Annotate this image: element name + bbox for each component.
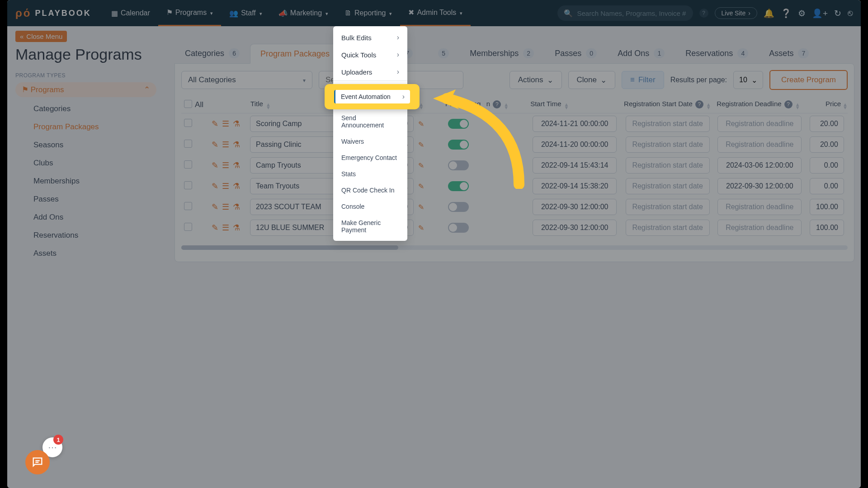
edit-sessions-icon[interactable]: ✎ <box>418 203 424 211</box>
menu-waivers[interactable]: Waivers <box>333 133 407 150</box>
close-menu-button[interactable]: « Close Menu <box>15 31 67 42</box>
select-all-checkbox[interactable] <box>184 100 192 108</box>
row-start-time[interactable]: 2024-11-21 00:00:00 <box>533 116 617 132</box>
sidebar-item-passes[interactable]: Passes <box>25 190 165 208</box>
sidebar-item-assets[interactable]: Assets <box>25 244 165 263</box>
row-reg-deadline[interactable]: Registration deadline <box>717 199 802 215</box>
list-icon[interactable]: ☰ <box>222 140 229 150</box>
chat-widget[interactable]: 1 <box>25 443 57 474</box>
menu-qr-code-check-in[interactable]: QR Code Check In <box>333 182 407 198</box>
menu-make-generic-payment[interactable]: Make Generic Payment <box>333 215 407 238</box>
row-start-time[interactable]: 2022-09-30 12:00:00 <box>533 199 617 215</box>
sidebar-item-clubs[interactable]: Clubs <box>25 154 165 172</box>
menu-stats[interactable]: Stats <box>333 166 407 182</box>
add-user-icon[interactable]: 👤+ <box>812 8 828 19</box>
row-start-time[interactable]: 2024-11-20 00:00:00 <box>533 136 617 153</box>
filter-button[interactable]: ≡Filter <box>622 71 664 89</box>
row-start-time[interactable]: 2022-09-14 15:43:14 <box>533 157 617 174</box>
tab-hidden[interactable]: 5 <box>423 43 459 63</box>
flask-icon[interactable]: ⚗ <box>233 140 240 150</box>
col-reg-deadline[interactable]: Registration Deadline <box>717 100 781 108</box>
row-start-time[interactable]: 2022-09-14 15:38:20 <box>533 178 617 194</box>
col-title[interactable]: Title <box>250 100 263 108</box>
row-checkbox[interactable] <box>184 140 192 148</box>
flask-icon[interactable]: ⚗ <box>233 119 240 129</box>
row-reg-deadline[interactable]: 2024-03-06 12:00:00 <box>717 157 802 174</box>
sidebar-item-categories[interactable]: Categories <box>25 100 165 118</box>
nav-staff[interactable]: 👥 Staff <box>221 0 270 26</box>
edit-sessions-icon[interactable]: ✎ <box>418 161 424 170</box>
col-reg-start[interactable]: Registration Start Date <box>624 100 693 108</box>
menu-quick-tools[interactable]: Quick Tools <box>333 46 407 63</box>
edit-sessions-icon[interactable]: ✎ <box>418 120 424 128</box>
settings-icon[interactable]: ⚙ <box>798 8 806 19</box>
menu-bulk-edits[interactable]: Bulk Edits <box>333 29 407 46</box>
row-reg-start[interactable]: Registration start date <box>626 136 710 153</box>
menu-uploaders[interactable]: Uploaders <box>333 63 407 80</box>
flask-icon[interactable]: ⚗ <box>233 181 240 191</box>
row-reg-start[interactable]: Registration start date <box>626 199 710 215</box>
row-price[interactable]: 0.00 <box>810 157 844 174</box>
row-reg-deadline[interactable]: Registration deadline <box>717 136 802 153</box>
sidebar-root-programs[interactable]: ⚑ Programs ⌃ <box>15 82 156 97</box>
regstart-help-icon[interactable]: ? <box>695 100 703 108</box>
nav-admin-tools[interactable]: ✖ Admin Tools <box>400 0 471 26</box>
live-site-button[interactable]: Live Site› <box>715 7 757 19</box>
nav-marketing[interactable]: 📣 Marketing <box>270 0 336 26</box>
sidebar-item-reservations[interactable]: Reservations <box>25 226 165 244</box>
row-reg-deadline[interactable]: Registration deadline <box>717 220 802 236</box>
rpp-select[interactable]: 10⌄ <box>733 71 763 89</box>
row-price[interactable]: 0.00 <box>810 178 844 194</box>
logout-icon[interactable]: ⎋ <box>848 8 853 18</box>
row-price[interactable]: 20.00 <box>810 136 844 153</box>
col-start-time[interactable]: Start Time <box>530 100 561 108</box>
full-package-toggle[interactable] <box>448 202 469 212</box>
history-icon[interactable]: ↻ <box>834 8 841 19</box>
actions-button[interactable]: Actions⌄ <box>509 71 562 89</box>
row-checkbox[interactable] <box>184 181 192 189</box>
horizontal-scrollbar[interactable] <box>181 245 848 250</box>
tab-reservations[interactable]: Reservations4 <box>675 43 759 63</box>
edit-sessions-icon[interactable]: ✎ <box>418 141 424 149</box>
notifications-icon[interactable]: 🔔 <box>764 8 774 19</box>
row-reg-start[interactable]: Registration start date <box>626 178 710 194</box>
list-icon[interactable]: ☰ <box>222 181 229 191</box>
global-search[interactable]: 🔍 <box>557 5 693 21</box>
row-reg-start[interactable]: Registration start date <box>626 220 710 236</box>
row-reg-start[interactable]: Registration start date <box>626 157 710 174</box>
global-search-input[interactable] <box>577 9 687 17</box>
tab-add-ons[interactable]: Add Ons1 <box>607 43 675 63</box>
nav-reporting[interactable]: 🗎 Reporting <box>336 0 400 26</box>
flask-icon[interactable]: ⚗ <box>233 223 240 233</box>
flask-icon[interactable]: ⚗ <box>233 202 240 212</box>
help-icon[interactable]: ❔ <box>781 8 792 19</box>
row-checkbox[interactable] <box>184 202 192 210</box>
sidebar-item-add-ons[interactable]: Add Ons <box>25 208 165 226</box>
edit-icon[interactable]: ✎ <box>212 119 218 129</box>
row-reg-deadline[interactable]: 2022-09-30 12:00:00 <box>717 178 802 194</box>
row-start-time[interactable]: 2022-09-30 12:00:00 <box>533 220 617 236</box>
list-icon[interactable]: ☰ <box>222 202 229 212</box>
tab-passes[interactable]: Passes0 <box>544 43 607 63</box>
sidebar-item-program-packages[interactable]: Program Packages <box>25 118 165 136</box>
row-checkbox[interactable] <box>184 223 192 231</box>
row-reg-start[interactable]: Registration start date <box>626 116 710 132</box>
row-checkbox[interactable] <box>184 119 192 127</box>
edit-icon[interactable]: ✎ <box>212 140 218 150</box>
row-price[interactable]: 20.00 <box>810 116 844 132</box>
regdead-help-icon[interactable]: ? <box>784 100 793 108</box>
help-badge[interactable]: ? <box>699 9 708 18</box>
edit-icon[interactable]: ✎ <box>212 223 218 233</box>
chat-bubble-icon[interactable] <box>25 450 50 474</box>
menu-send-announcement[interactable]: Send Announcement <box>333 110 407 133</box>
sidebar-item-memberships[interactable]: Memberships <box>25 172 165 190</box>
category-select[interactable]: All Categories <box>181 71 312 89</box>
menu-console[interactable]: Console <box>333 198 407 215</box>
row-price[interactable]: 100.00 <box>810 199 844 215</box>
sidebar-item-seasons[interactable]: Seasons <box>25 136 165 154</box>
edit-icon[interactable]: ✎ <box>212 181 218 191</box>
tab-assets[interactable]: Assets7 <box>759 43 819 63</box>
list-icon[interactable]: ☰ <box>222 119 229 129</box>
menu-emergency-contact[interactable]: Emergency Contact <box>333 150 407 166</box>
tab-memberships[interactable]: Memberships2 <box>459 43 544 63</box>
